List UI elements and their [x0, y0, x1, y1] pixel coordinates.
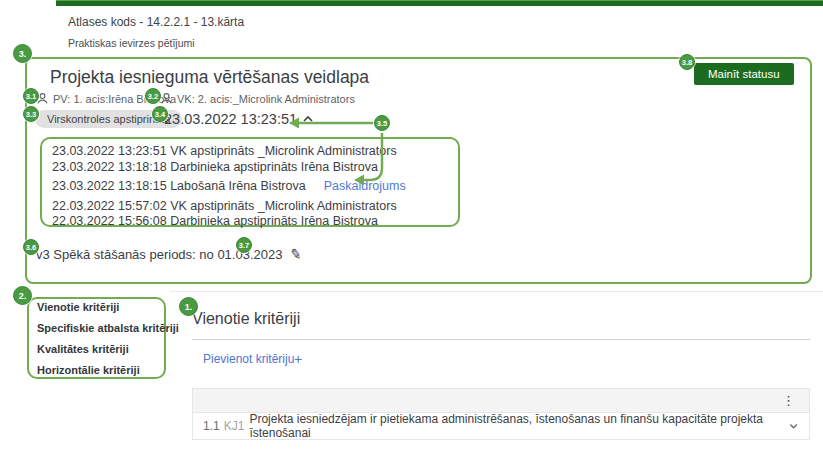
- plus-icon[interactable]: +: [294, 351, 302, 367]
- status-history-toggle[interactable]: 23.03.2022 13:23:51: [164, 111, 314, 127]
- vk-meta: VK: 2. acis:_Microlink Administrators: [160, 92, 355, 105]
- sidebar-item-specifiskie-atbalsta-kriteriji[interactable]: Specifiskie atbalsta kritēriji: [37, 322, 179, 334]
- annotation-badge-3-5: 3.5: [374, 115, 390, 131]
- version-period-row: v3 Spēkā stāšanās periods: no 01.03.2023…: [36, 246, 302, 262]
- annotation-badge-1: 1.: [179, 297, 198, 316]
- history-entry: 23.03.2022 13:18:18 Darbinieka apstiprin…: [52, 160, 448, 176]
- sidebar-item-kvalitates-kriteriji[interactable]: Kvalitātes kritēriji: [37, 343, 129, 355]
- annotation-badge-3-8: 3.8: [679, 54, 695, 70]
- status-timestamp: 23.03.2022 13:23:51: [164, 111, 297, 127]
- section-heading: Vienotie kritēriji: [192, 310, 300, 328]
- person-icon: [160, 92, 173, 105]
- add-criterion-link[interactable]: Pievienot kritēriju: [203, 352, 294, 366]
- history-entry: 23.03.2022 13:23:51 VK apstiprināts _Mic…: [52, 144, 448, 160]
- change-status-button[interactable]: Mainīt statusu: [694, 63, 794, 85]
- annotation-badge-3: 3.: [13, 44, 32, 63]
- chevron-down-icon[interactable]: [788, 420, 799, 432]
- explanation-link[interactable]: Paskaidrojums: [324, 179, 406, 193]
- annotation-badge-2: 2.: [13, 286, 32, 305]
- section-divider: [170, 291, 823, 292]
- status-history-list: 23.03.2022 13:23:51 VK apstiprināts _Mic…: [40, 137, 460, 227]
- annotation-badge-3-3: 3.3: [23, 106, 39, 122]
- edit-pencil-icon[interactable]: ✎: [289, 245, 303, 263]
- chevron-up-icon[interactable]: [302, 114, 314, 124]
- sidebar-item-horizontalie-kriteriji[interactable]: Horizontālie kritēriji: [37, 364, 140, 376]
- annotation-badge-3-4: 3.4: [152, 106, 168, 122]
- history-entry: 22.03.2022 15:56:08 Darbinieka apstiprin…: [52, 214, 448, 230]
- app-top-bar: [56, 0, 823, 6]
- history-entry: 22.03.2022 15:57:02 VK apstiprināts _Mic…: [52, 199, 448, 215]
- criterion-number: 1.1: [203, 419, 220, 433]
- form-title: Projekta iesnieguma vērtēšanas veidlapa: [50, 67, 369, 88]
- project-subtitle-text: Praktiskas ievirzes pētījumi: [68, 37, 195, 49]
- sidebar-item-vienotie-kriteriji[interactable]: Vienotie kritēriji: [37, 301, 119, 313]
- annotation-badge-3-2: 3.2: [145, 88, 161, 104]
- history-entry: 23.03.2022 13:18:15 Labošanā Irēna Bistr…: [52, 179, 448, 195]
- criteria-table-header: ⋮: [192, 388, 810, 413]
- annotation-badge-3-1: 3.1: [23, 88, 39, 104]
- selection-code-text: Atlases kods - 14.2.2.1 - 13.kārta: [68, 15, 244, 29]
- annotation-badge-3-6: 3.6: [23, 239, 39, 255]
- criterion-code: KJ1: [224, 419, 245, 433]
- criterion-text: Projekta iesniedzējam ir pietiekama admi…: [249, 412, 787, 440]
- annotation-badge-3-7: 3.7: [236, 237, 252, 253]
- kebab-menu-icon[interactable]: ⋮: [782, 393, 795, 408]
- vk-label: VK: 2. acis:_Microlink Administrators: [177, 93, 355, 105]
- page: Atlases kods - 14.2.2.1 - 13.kārta Prakt…: [0, 0, 823, 453]
- heading-divider: [192, 339, 810, 340]
- criterion-row[interactable]: 1.1 KJ1 Projekta iesniedzējam ir pietiek…: [192, 413, 810, 440]
